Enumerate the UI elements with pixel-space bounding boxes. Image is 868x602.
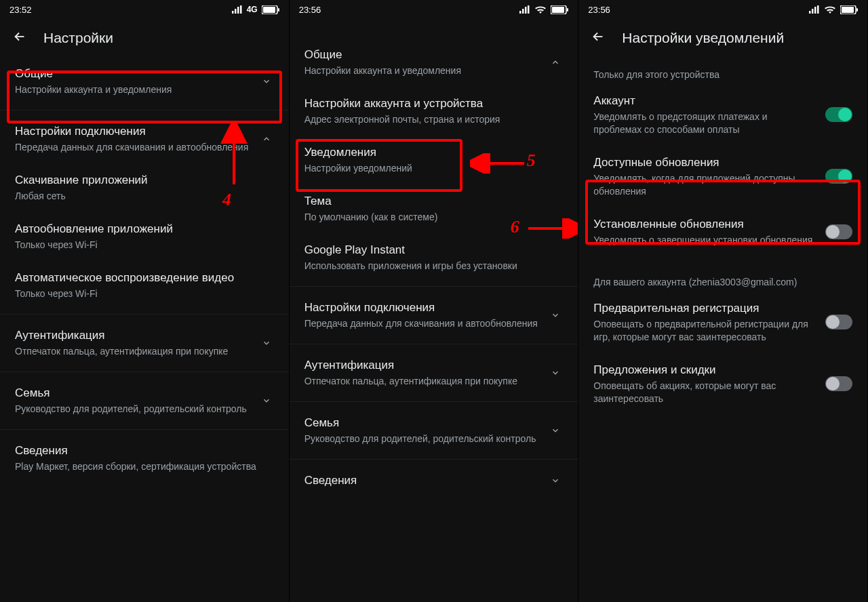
toggle-account[interactable]: АккаунтУведомлять о предстоящих платежах… — [578, 84, 867, 146]
row-about[interactable]: СведенияPlay Маркет, версия сборки, серт… — [0, 434, 289, 483]
row-sub: Настройки уведомлений — [304, 162, 564, 175]
row-title: Тема — [304, 194, 564, 209]
row-sub: Только через Wi-Fi — [15, 287, 274, 300]
status-icons — [809, 5, 858, 14]
row-family[interactable]: СемьяРуководство для родителей, родитель… — [0, 376, 289, 425]
row-sub: Передача данных для скачивания и автообн… — [15, 141, 251, 154]
row-sub: Настройки аккаунта и уведомления — [304, 64, 540, 77]
row-sub: Оповещать об акциях, которые могут вас з… — [593, 380, 817, 405]
toggle-updates-installed[interactable]: Установленные обновленияУведомлять о зав… — [578, 207, 867, 256]
divider — [0, 110, 289, 111]
row-sub: Передача данных для скачивания и автообн… — [304, 317, 540, 330]
battery-icon — [551, 5, 568, 14]
svg-rect-15 — [812, 9, 814, 14]
row-account-device[interactable]: Настройки аккаунта и устройстваАдрес эле… — [290, 87, 578, 136]
svg-rect-6 — [278, 8, 279, 12]
row-title: Сведения — [304, 473, 540, 488]
row-family[interactable]: СемьяРуководство для родителей, родитель… — [290, 406, 578, 455]
signal-icon — [809, 5, 820, 14]
svg-rect-8 — [522, 9, 524, 14]
divider — [0, 372, 289, 372]
phone-screenshot-1: 23:52 4G Настройки ОбщиеНастройки аккаун… — [0, 0, 290, 602]
toggle-switch[interactable] — [825, 376, 852, 391]
svg-rect-1 — [235, 9, 237, 14]
toggle-deals[interactable]: Предложения и скидкиОповещать об акциях,… — [578, 353, 867, 415]
toggle-switch[interactable] — [825, 169, 852, 184]
settings-list: ОбщиеНастройки аккаунта и уведомления На… — [0, 57, 289, 496]
row-about[interactable]: Сведения — [290, 464, 578, 498]
row-sub: Адрес электронной почты, страна и истори… — [304, 113, 564, 126]
row-sub: Любая сеть — [15, 190, 274, 203]
page-header: Настройки уведомлений — [578, 19, 867, 57]
toggle-switch[interactable] — [825, 224, 852, 239]
row-network[interactable]: Настройки подключенияПередача данных для… — [0, 115, 289, 163]
row-title: Аккаунт — [593, 94, 817, 108]
row-theme[interactable]: ТемаПо умолчанию (как в системе) — [290, 184, 578, 233]
row-autoplay[interactable]: Автоматическое воспроизведение видеоТоль… — [0, 261, 289, 310]
row-title: Предварительная регистрация — [593, 301, 817, 316]
row-auth[interactable]: АутентификацияОтпечаток пальца, аутентиф… — [290, 348, 578, 397]
row-title: Автоматическое воспроизведение видео — [15, 270, 274, 285]
status-bar: 23:56 — [578, 0, 867, 19]
row-title: Аутентификация — [304, 358, 540, 373]
divider — [290, 344, 578, 344]
row-network[interactable]: Настройки подключенияПередача данных для… — [290, 291, 578, 340]
status-time: 23:52 — [9, 5, 32, 15]
signal-icon — [519, 5, 530, 14]
svg-rect-20 — [856, 8, 858, 12]
row-title: Установленные обновления — [593, 217, 817, 232]
divider — [290, 401, 578, 402]
row-title: Предложения и скидки — [593, 363, 817, 378]
row-notifications[interactable]: УведомленияНастройки уведомлений — [290, 136, 578, 184]
row-instant[interactable]: Google Play InstantИспользовать приложен… — [290, 233, 578, 282]
wifi-icon — [824, 5, 836, 14]
chevron-down-icon — [259, 74, 274, 89]
back-icon[interactable] — [591, 29, 606, 47]
status-time: 23:56 — [588, 5, 610, 15]
svg-rect-12 — [552, 7, 564, 13]
svg-rect-0 — [232, 11, 234, 14]
phone-screenshot-3: 23:56 Настройки уведомлений Только для э… — [578, 0, 868, 602]
row-sub: Уведомлять о завершении установки обновл… — [593, 234, 817, 247]
toggle-switch[interactable] — [825, 315, 852, 329]
svg-rect-13 — [567, 8, 568, 12]
row-title: Семья — [304, 416, 540, 430]
row-title: Общие — [304, 47, 540, 62]
row-autoupdate[interactable]: Автообновление приложенийТолько через Wi… — [0, 212, 289, 261]
row-title: Настройки аккаунта и устройства — [304, 96, 564, 111]
row-general[interactable]: ОбщиеНастройки аккаунта и уведомления — [290, 38, 578, 87]
chevron-down-icon — [548, 365, 563, 380]
row-title: Семья — [15, 386, 251, 401]
svg-rect-19 — [842, 7, 854, 13]
back-icon[interactable] — [12, 29, 27, 47]
battery-icon — [840, 5, 858, 14]
row-title: Автообновление приложений — [15, 222, 274, 237]
toggle-updates-available[interactable]: Доступные обновленияУведомлять, когда дл… — [578, 146, 867, 207]
status-icons: 4G — [232, 5, 279, 14]
status-bar: 23:56 — [290, 0, 578, 19]
row-title: Сведения — [15, 443, 274, 458]
row-title: Доступные обновления — [593, 155, 817, 170]
chevron-down-icon — [259, 336, 274, 350]
divider — [290, 286, 578, 287]
battery-icon — [262, 5, 279, 14]
status-time: 23:56 — [299, 5, 321, 15]
row-sub: Руководство для родителей, родительский … — [15, 403, 251, 416]
row-general[interactable]: ОбщиеНастройки аккаунта и уведомления — [0, 57, 289, 106]
toggle-switch[interactable] — [825, 107, 852, 122]
row-download[interactable]: Скачивание приложенийЛюбая сеть — [0, 163, 289, 212]
row-sub: Оповещать о предварительной регистрации … — [593, 318, 817, 344]
row-sub: Настройки аккаунта и уведомления — [15, 83, 251, 96]
wifi-icon — [534, 5, 547, 14]
svg-rect-10 — [528, 5, 530, 14]
svg-rect-9 — [525, 7, 527, 14]
divider — [0, 314, 289, 315]
row-sub: Использовать приложения и игры без устан… — [304, 260, 564, 273]
row-auth[interactable]: АутентификацияОтпечаток пальца, аутентиф… — [0, 319, 289, 367]
chevron-up-icon — [259, 132, 274, 146]
row-title: Настройки подключения — [15, 124, 251, 139]
row-sub: Уведомлять о предстоящих платежах и проб… — [593, 111, 817, 136]
svg-rect-5 — [263, 7, 275, 13]
toggle-prereg[interactable]: Предварительная регистрацияОповещать о п… — [578, 292, 867, 353]
svg-rect-16 — [814, 7, 816, 14]
